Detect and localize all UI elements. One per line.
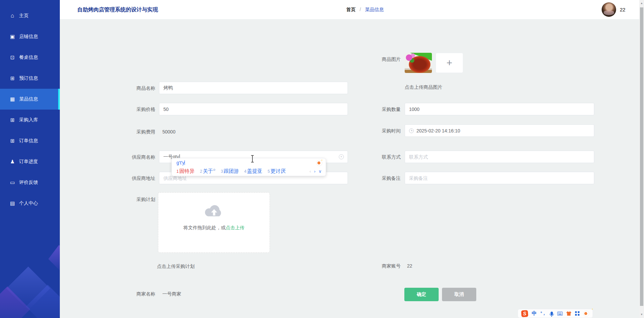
scroll-down-icon[interactable]: ▼ <box>639 312 644 317</box>
expand-icon[interactable]: ∨ <box>318 169 322 174</box>
sidebar: 主页 店铺信息 餐桌信息 预订信息 菜品信息 采购入库 订单信息 <box>0 0 60 318</box>
purchase-note-input[interactable] <box>405 172 594 184</box>
clear-icon[interactable]: × <box>339 154 344 159</box>
sidebar-item-feedback[interactable]: 评价反馈 <box>0 172 60 193</box>
progress-icon <box>9 159 15 165</box>
sidebar-item-purchase-inbound[interactable]: 采购入库 <box>0 110 60 130</box>
ime-candidate[interactable]: 5更讨厌 <box>268 168 286 174</box>
decorative-cube <box>48 245 60 272</box>
purchase-qty-input[interactable] <box>405 103 594 115</box>
candidate-text: 更讨厌 <box>271 168 286 174</box>
sidebar-item-home[interactable]: 主页 <box>0 5 60 26</box>
breadcrumb-current[interactable]: 菜品信息 <box>365 7 384 12</box>
shop-icon <box>9 34 15 40</box>
sogou-logo-icon[interactable]: S <box>521 310 528 317</box>
purchase-price-input[interactable] <box>159 103 348 115</box>
toolbox-grid-icon[interactable] <box>575 311 577 313</box>
candidate-text: 盖提亚 <box>247 168 262 174</box>
purchase-plan-dropzone[interactable]: 将文件拖到此处，或点击上传 <box>158 192 270 253</box>
user-account-badge: 22 <box>620 0 626 19</box>
microphone-icon[interactable] <box>551 312 553 315</box>
candidate-number: 3 <box>221 169 223 174</box>
supplier-address-label: 供应商地址 <box>124 175 155 182</box>
breadcrumb-separator: / <box>360 7 361 12</box>
sidebar-item-order-info[interactable]: 订单信息 <box>0 130 60 151</box>
ime-composition: g't'y <box>176 160 185 165</box>
ime-candidate[interactable]: 1固特异 <box>176 168 195 174</box>
ime-mascot-icon[interactable] <box>316 160 322 166</box>
sidebar-item-label: 主页 <box>19 13 29 19</box>
click-upload-link[interactable]: 点击上传 <box>226 225 245 230</box>
keyboard-icon[interactable] <box>557 312 563 316</box>
table-icon <box>9 54 15 61</box>
upload-drag-text: 将文件拖到此处，或点击上传 <box>158 225 270 231</box>
scroll-up-icon[interactable]: ▲ <box>639 1 644 6</box>
ime-candidate[interactable]: 3跟团游 <box>221 168 239 174</box>
purchase-time-value: 2025-02-20 14:16:10 <box>416 128 460 133</box>
user-avatar[interactable] <box>602 2 616 17</box>
vertical-scrollbar[interactable]: ▲ ▼ <box>639 0 644 318</box>
candidate-number: 1 <box>176 169 179 174</box>
sidebar-item-table-info[interactable]: 餐桌信息 <box>0 47 60 68</box>
product-name-label: 商品名称 <box>124 85 155 91</box>
sidebar-item-label: 店铺信息 <box>19 34 38 40</box>
page-title: 自助烤肉店管理系统的设计与实现 <box>77 0 158 19</box>
cancel-button[interactable]: 取消 <box>442 288 476 301</box>
sidebar-item-label: 个人中心 <box>19 200 38 206</box>
purchase-icon <box>9 117 15 123</box>
ime-composition-text: g't'y <box>176 160 185 165</box>
purchase-price-label: 采购价格 <box>124 107 155 113</box>
punctuation-mode-icon[interactable]: °， <box>540 311 546 316</box>
sidebar-item-label: 菜品信息 <box>19 96 38 102</box>
sidebar-item-label: 采购入库 <box>19 117 38 123</box>
ime-candidate[interactable]: 4盖提亚 <box>244 168 263 174</box>
next-page-icon[interactable]: › <box>314 169 315 174</box>
sidebar-item-shop-info[interactable]: 店铺信息 <box>0 26 60 47</box>
purchase-note-label: 采购备注 <box>370 175 401 182</box>
candidate-mark-icon: ⊘ <box>213 168 215 171</box>
breadcrumb-home[interactable]: 首页 <box>346 7 356 12</box>
sidebar-item-profile[interactable]: 个人中心 <box>0 193 60 214</box>
purchase-qty-label: 采购数量 <box>370 107 401 113</box>
merchant-account-value: 22 <box>407 263 412 269</box>
sidebar-item-label: 订单信息 <box>19 138 38 144</box>
sidebar-item-label: 预订信息 <box>19 75 38 81</box>
plus-icon: + <box>446 57 452 69</box>
sidebar-item-reservation-info[interactable]: 预订信息 <box>0 68 60 89</box>
profile-icon <box>9 200 15 206</box>
ime-candidate[interactable]: 2关于⊘ <box>200 168 215 174</box>
breadcrumb: 首页 / 菜品信息 <box>346 0 384 19</box>
ime-paging: ‹ › ∨ <box>310 169 322 174</box>
header: 自助烤肉店管理系统的设计与实现 首页 / 菜品信息 22 <box>60 0 639 19</box>
page: 主页 店铺信息 餐桌信息 预订信息 菜品信息 采购入库 订单信息 <box>0 0 644 318</box>
contact-label: 联系方式 <box>370 154 401 160</box>
purchase-plan-hint: 点击上传采购计划 <box>157 264 195 270</box>
add-image-button[interactable]: + <box>436 53 463 73</box>
candidate-number: 2 <box>200 169 202 174</box>
sidebar-item-dish-info[interactable]: 菜品信息 <box>0 89 60 110</box>
purchase-plan-label: 采购计划 <box>124 197 155 203</box>
confirm-button[interactable]: 确定 <box>404 288 439 301</box>
merchant-account-label: 商家账号 <box>370 263 401 269</box>
sidebar-item-label: 订单进度 <box>19 159 38 165</box>
scrollbar-thumb[interactable] <box>640 7 643 306</box>
candidate-number: 4 <box>244 169 247 174</box>
clock-icon <box>409 128 414 133</box>
candidate-text: 固特异 <box>179 168 195 174</box>
sidebar-item-label: 评价反馈 <box>19 180 38 186</box>
product-image-thumbnail[interactable] <box>405 53 432 73</box>
candidate-number: 5 <box>268 169 270 174</box>
sidebar-nav: 主页 店铺信息 餐桌信息 预订信息 菜品信息 采购入库 订单信息 <box>0 0 60 214</box>
ime-toolbar: S 中 °， <box>518 309 593 318</box>
sidebar-item-order-progress[interactable]: 订单进度 <box>0 151 60 172</box>
drag-text: 将文件拖到此处，或 <box>184 225 226 230</box>
feedback-icon <box>9 180 15 186</box>
skin-icon[interactable] <box>566 311 571 316</box>
ime-mode-chinese[interactable]: 中 <box>532 310 537 317</box>
assistant-mascot-icon[interactable] <box>583 311 589 317</box>
product-name-input[interactable] <box>159 82 348 94</box>
prev-page-icon[interactable]: ‹ <box>310 169 311 174</box>
purchase-time-input[interactable]: 2025-02-20 14:16:10 <box>405 124 594 137</box>
contact-input[interactable] <box>405 151 594 163</box>
reservation-icon <box>9 75 15 81</box>
